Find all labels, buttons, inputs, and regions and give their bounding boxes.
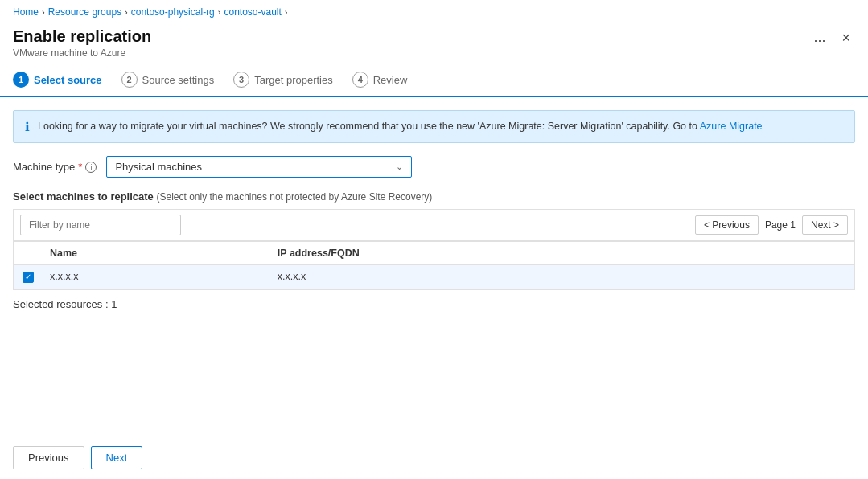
close-button[interactable]: ×	[837, 29, 855, 47]
page-title: Enable replication	[13, 27, 151, 46]
step-2-label: Source settings	[142, 74, 215, 86]
step-3-circle: 3	[233, 72, 249, 88]
step-1-select-source[interactable]: 1 Select source	[13, 72, 102, 88]
title-block: Enable replication VMware machine to Azu…	[13, 27, 151, 59]
selected-label: Selected resources :	[13, 298, 109, 310]
row-name-cell: x.x.x.x	[42, 265, 269, 289]
step-4-review[interactable]: 4 Review	[352, 72, 408, 88]
col-extra	[770, 242, 854, 265]
machine-type-label: Machine type * i	[13, 161, 97, 173]
table-row[interactable]: x.x.x.x x.x.x.x	[14, 265, 854, 289]
step-4-circle: 4	[352, 72, 368, 88]
info-text-before: Looking for a way to migrate your virtua…	[38, 121, 700, 132]
next-page-button[interactable]: Next >	[802, 215, 848, 235]
row-checkbox-checked[interactable]	[23, 272, 34, 283]
selected-count: 1	[111, 298, 117, 310]
dropdown-value: Physical machines	[115, 161, 202, 173]
breadcrumb-contoso-physical-rg[interactable]: contoso-physical-rg	[131, 6, 215, 18]
step-1-label: Select source	[34, 74, 102, 86]
row-checkbox-cell[interactable]	[14, 265, 43, 289]
pagination-group: < Previous Page 1 Next >	[695, 215, 848, 235]
footer-next-button[interactable]: Next	[91, 446, 143, 469]
section-title: Select machines to replicate (Select onl…	[13, 190, 855, 203]
footer: Previous Next	[0, 436, 868, 479]
azure-migrate-link[interactable]: Azure Migrate	[700, 121, 763, 132]
breadcrumb-home[interactable]: Home	[13, 6, 39, 18]
ellipsis-button[interactable]: ...	[808, 27, 830, 47]
machine-type-row: Machine type * i Physical machines ⌄	[13, 156, 855, 178]
table-container: < Previous Page 1 Next > Name IP address…	[13, 209, 855, 290]
content-area: ℹ Looking for a way to migrate your virt…	[0, 97, 868, 436]
step-3-target-properties[interactable]: 3 Target properties	[233, 72, 333, 88]
required-star: *	[78, 161, 82, 173]
step-4-label: Review	[373, 74, 408, 86]
machine-type-dropdown[interactable]: Physical machines ⌄	[106, 156, 412, 178]
row-extra-cell	[770, 265, 854, 289]
row-ip-cell: x.x.x.x	[269, 265, 770, 289]
breadcrumb: Home › Resource groups › contoso-physica…	[0, 0, 868, 24]
info-icon: ℹ	[25, 120, 30, 134]
filter-bar: < Previous Page 1 Next >	[14, 210, 854, 241]
section-note: (Select only the machines not protected …	[156, 191, 432, 203]
wizard-steps: 1 Select source 2 Source settings 3 Targ…	[0, 65, 868, 97]
filter-input[interactable]	[20, 215, 181, 235]
breadcrumb-contoso-vault[interactable]: contoso-vault	[224, 6, 281, 18]
footer-previous-button[interactable]: Previous	[13, 446, 84, 469]
info-banner-text: Looking for a way to migrate your virtua…	[38, 119, 763, 134]
breadcrumb-resource-groups[interactable]: Resource groups	[48, 6, 121, 18]
col-ip: IP address/FQDN	[269, 242, 770, 265]
page-subtitle: VMware machine to Azure	[13, 47, 151, 59]
info-banner: ℹ Looking for a way to migrate your virt…	[13, 110, 855, 143]
page-label: Page 1	[762, 219, 799, 231]
panel-header: Enable replication VMware machine to Azu…	[0, 24, 868, 65]
dropdown-arrow-icon: ⌄	[396, 162, 403, 172]
col-name: Name	[42, 242, 269, 265]
table-header-row: Name IP address/FQDN	[14, 242, 854, 265]
step-2-circle: 2	[121, 72, 138, 88]
step-2-source-settings[interactable]: 2 Source settings	[121, 72, 215, 88]
machines-table: Name IP address/FQDN x.x.x.x x.x.x.x	[14, 241, 854, 289]
page-wrapper: Home › Resource groups › contoso-physica…	[0, 0, 868, 479]
selected-resources: Selected resources : 1	[13, 298, 855, 310]
step-3-label: Target properties	[254, 74, 333, 86]
header-actions: ... ×	[808, 27, 855, 47]
col-checkbox	[14, 242, 43, 265]
previous-page-button[interactable]: < Previous	[695, 215, 759, 235]
step-1-circle: 1	[13, 72, 29, 88]
machine-type-info-icon[interactable]: i	[85, 162, 97, 173]
